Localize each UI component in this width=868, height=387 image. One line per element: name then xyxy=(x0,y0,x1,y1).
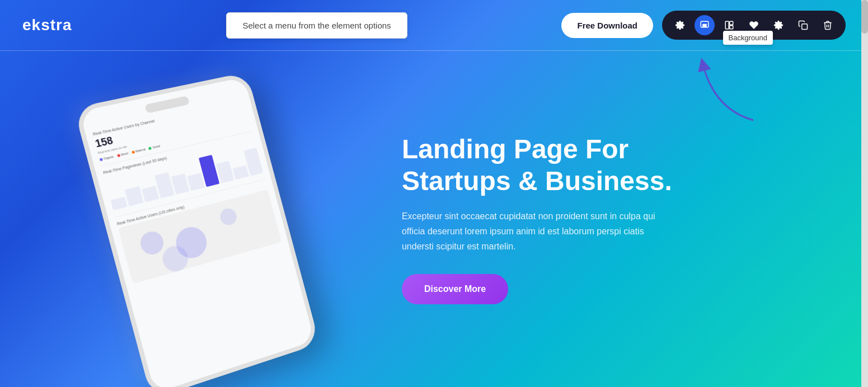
trash-icon xyxy=(823,20,833,30)
scrollbar[interactable] xyxy=(861,0,868,387)
map-blob-1 xyxy=(138,229,166,257)
legend-dot-social xyxy=(148,147,152,150)
legend-label-referral: Referral xyxy=(135,148,146,153)
copy-toolbar-button[interactable] xyxy=(793,15,813,35)
copy-icon xyxy=(798,20,808,30)
legend-organic: Organic xyxy=(99,155,114,162)
hero-title-line1: Landing Page For xyxy=(402,134,628,164)
nav-right: Free Download xyxy=(561,11,846,40)
bar-6 xyxy=(187,173,205,191)
legend-dot-direct xyxy=(116,154,120,157)
svg-rect-2 xyxy=(702,24,707,27)
svg-rect-3 xyxy=(725,21,729,29)
free-download-button[interactable]: Free Download xyxy=(561,13,653,38)
gear-icon xyxy=(773,20,783,30)
svg-rect-7 xyxy=(802,24,808,30)
hero-description: Excepteur sint occaecat cupidatat non pr… xyxy=(402,209,659,254)
legend-dot-referral xyxy=(132,150,135,154)
brand-logo: ekstra xyxy=(22,16,72,34)
legend-label-direct: Direct xyxy=(120,152,129,157)
legend-direct: Direct xyxy=(116,152,129,158)
legend-social: Social xyxy=(148,144,161,150)
settings-toolbar-button[interactable] xyxy=(670,15,690,35)
svg-rect-4 xyxy=(730,21,733,25)
bar-9 xyxy=(233,166,248,180)
bar-2 xyxy=(125,186,143,206)
hero-title: Landing Page For Startups & Business. xyxy=(402,133,834,197)
legend-label-social: Social xyxy=(152,144,161,149)
background-toolbar-button[interactable] xyxy=(695,15,715,35)
legend-dot-organic xyxy=(99,158,102,161)
settings-icon xyxy=(675,20,685,30)
phone-container: Real-Time Active Users by Channel 158 Re… xyxy=(0,62,391,375)
hero-title-line2: Startups & Business. xyxy=(402,166,672,196)
hero-text-area: Landing Page For Startups & Business. Ex… xyxy=(391,122,868,316)
background-tooltip: Background xyxy=(723,31,773,45)
hero-section: Real-Time Active Users by Channel 158 Re… xyxy=(0,50,868,387)
heart-icon xyxy=(749,20,759,30)
menu-select-text: Select a menu from the element options xyxy=(242,21,391,30)
delete-toolbar-button[interactable] xyxy=(818,15,838,35)
background-icon xyxy=(700,20,710,30)
map-blob-3 xyxy=(218,207,238,227)
phone-screen: Real-Time Active Users by Channel 158 Re… xyxy=(79,77,315,387)
bar-3 xyxy=(142,186,159,202)
bar-1 xyxy=(111,197,128,210)
bar-8 xyxy=(216,161,234,183)
page-background: ekstra Select a menu from the element op… xyxy=(0,0,868,387)
layout-icon xyxy=(724,20,734,30)
tooltip-container: Background xyxy=(723,31,773,45)
discover-more-button[interactable]: Discover More xyxy=(402,274,508,304)
svg-rect-5 xyxy=(730,26,733,29)
bar-5 xyxy=(171,173,190,195)
legend-referral: Referral xyxy=(131,148,146,154)
legend-label-organic: Organic xyxy=(103,155,114,161)
phone-mockup: Real-Time Active Users by Channel 158 Re… xyxy=(74,72,320,387)
menu-select-box[interactable]: Select a menu from the element options xyxy=(226,12,407,39)
